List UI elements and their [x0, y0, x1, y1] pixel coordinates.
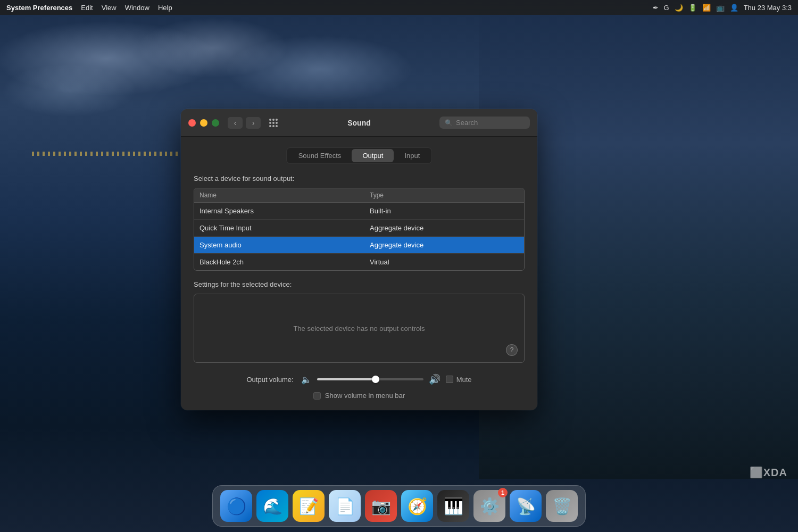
- photo-booth-icon: 📷: [371, 497, 391, 516]
- dock-item-safari[interactable]: 🧭: [401, 490, 433, 522]
- close-button[interactable]: [188, 119, 196, 127]
- device-type-blackhole: Virtual: [370, 258, 519, 266]
- pen-icon: ✒: [653, 4, 659, 12]
- airdrop-icon: 📡: [516, 497, 536, 516]
- volume-slider-fill: [317, 378, 376, 380]
- device-name-quicktime: Quick Time Input: [200, 224, 370, 232]
- menubar: System Preferences Edit View Window Help…: [0, 0, 798, 15]
- window-title: Sound: [347, 119, 371, 127]
- trash-icon: 🗑️: [552, 497, 572, 516]
- cast-icon: 📺: [716, 4, 725, 12]
- menubar-help[interactable]: Help: [158, 4, 172, 12]
- dock-item-edge[interactable]: 🌊: [256, 490, 288, 522]
- system-preferences-window: ‹ › Sound 🔍 Search Sound Effects Output …: [181, 109, 537, 410]
- notes-icon: 📝: [299, 497, 319, 516]
- titlebar: ‹ › Sound 🔍 Search: [181, 109, 537, 137]
- device-row-internal-speakers[interactable]: Internal Speakers Built-in: [194, 203, 524, 219]
- tabs-container: Sound Effects Output Input: [194, 147, 525, 164]
- table-header: Name Type: [194, 188, 524, 203]
- show-volume-checkbox[interactable]: [313, 392, 321, 400]
- menubar-left: System Preferences Edit View Window Help: [6, 4, 172, 12]
- volume-slider-thumb: [372, 376, 379, 383]
- device-table: Name Type Internal Speakers Built-in Qui…: [194, 188, 525, 271]
- dock-item-finder[interactable]: 🔵: [220, 490, 252, 522]
- grammarly-icon: G: [664, 4, 669, 12]
- battery-icon: 🔋: [688, 4, 697, 12]
- moon-icon: 🌙: [675, 4, 683, 12]
- nav-buttons: ‹ ›: [228, 117, 261, 129]
- device-type-internal-speakers: Built-in: [370, 207, 519, 215]
- dock-item-textedit[interactable]: 📄: [329, 490, 361, 522]
- device-name-blackhole: BlackHole 2ch: [200, 258, 370, 266]
- xda-watermark: ⬜XDA: [750, 466, 787, 479]
- search-box[interactable]: 🔍 Search: [439, 117, 530, 129]
- tabs: Sound Effects Output Input: [286, 147, 433, 164]
- no-controls-message: The selected device has no output contro…: [293, 325, 425, 332]
- maximize-button[interactable]: [212, 119, 219, 127]
- settings-section-label: Settings for the selected device:: [194, 280, 525, 288]
- show-volume-row: Show volume in menu bar: [194, 392, 525, 400]
- window-content: Sound Effects Output Input Select a devi…: [181, 137, 537, 410]
- safari-icon: 🧭: [408, 497, 427, 516]
- mute-checkbox[interactable]: [446, 376, 453, 383]
- sysprefs-icon: ⚙️: [480, 497, 500, 516]
- volume-high-icon: 🔊: [429, 373, 440, 385]
- column-header-type: Type: [370, 192, 519, 199]
- search-placeholder: Search: [456, 119, 478, 127]
- menubar-right: ✒ G 🌙 🔋 📶 📺 👤 Thu 23 May 3:3: [653, 4, 792, 12]
- forward-button[interactable]: ›: [246, 117, 261, 129]
- dock-item-notes[interactable]: 📝: [293, 490, 325, 522]
- dock-item-photo-booth[interactable]: 📷: [365, 490, 397, 522]
- device-type-system-audio: Aggregate device: [370, 241, 519, 249]
- device-row-blackhole[interactable]: BlackHole 2ch Virtual: [194, 253, 524, 270]
- help-button[interactable]: ?: [506, 344, 518, 356]
- menubar-window[interactable]: Window: [125, 4, 149, 12]
- mute-label: Mute: [456, 376, 472, 384]
- mute-container: Mute: [446, 376, 472, 384]
- dock: 🔵 🌊 📝 📄 📷 🧭 🎹 ⚙️ 1 📡 🗑️: [212, 485, 586, 527]
- device-type-quicktime: Aggregate device: [370, 224, 519, 232]
- textedit-icon: 📄: [335, 497, 355, 516]
- edge-icon: 🌊: [263, 497, 282, 516]
- dock-item-trash[interactable]: 🗑️: [546, 490, 578, 522]
- dock-item-sysprefs[interactable]: ⚙️ 1: [473, 490, 505, 522]
- wifi-icon: 📶: [702, 4, 711, 12]
- volume-row: Output volume: 🔈 🔊 Mute: [194, 373, 525, 385]
- back-button[interactable]: ‹: [228, 117, 243, 129]
- menubar-app-name[interactable]: System Preferences: [6, 4, 72, 12]
- volume-label: Output volume:: [246, 376, 293, 384]
- volume-low-icon: 🔈: [301, 375, 312, 385]
- traffic-lights: [188, 119, 219, 127]
- menubar-time: Thu 23 May 3:3: [744, 4, 792, 12]
- grid-dots-icon: [269, 119, 278, 127]
- device-section-label: Select a device for sound output:: [194, 174, 525, 182]
- tab-input[interactable]: Input: [394, 149, 430, 162]
- volume-slider[interactable]: [317, 378, 423, 380]
- dock-item-piano[interactable]: 🎹: [437, 490, 469, 522]
- search-icon: 🔍: [445, 119, 453, 127]
- tab-sound-effects[interactable]: Sound Effects: [288, 149, 352, 162]
- finder-icon: 🔵: [227, 497, 246, 516]
- device-name-internal-speakers: Internal Speakers: [200, 207, 370, 215]
- dots-decoration: [32, 152, 192, 156]
- sysprefs-badge: 1: [498, 488, 508, 497]
- show-volume-label: Show volume in menu bar: [325, 392, 405, 400]
- column-header-name: Name: [200, 192, 370, 199]
- show-volume-container: Show volume in menu bar: [313, 392, 405, 400]
- grid-view-button[interactable]: [266, 115, 281, 130]
- menubar-view[interactable]: View: [102, 4, 117, 12]
- user-icon: 👤: [730, 4, 738, 12]
- tab-output[interactable]: Output: [352, 149, 394, 162]
- device-name-system-audio: System audio: [200, 241, 370, 249]
- device-row-quicktime[interactable]: Quick Time Input Aggregate device: [194, 219, 524, 236]
- device-row-system-audio[interactable]: System audio Aggregate device: [194, 236, 524, 253]
- settings-section: The selected device has no output contro…: [194, 294, 525, 363]
- minimize-button[interactable]: [200, 119, 207, 127]
- dock-item-airdrop[interactable]: 📡: [510, 490, 542, 522]
- piano-icon: 🎹: [444, 497, 463, 516]
- menubar-edit[interactable]: Edit: [81, 4, 93, 12]
